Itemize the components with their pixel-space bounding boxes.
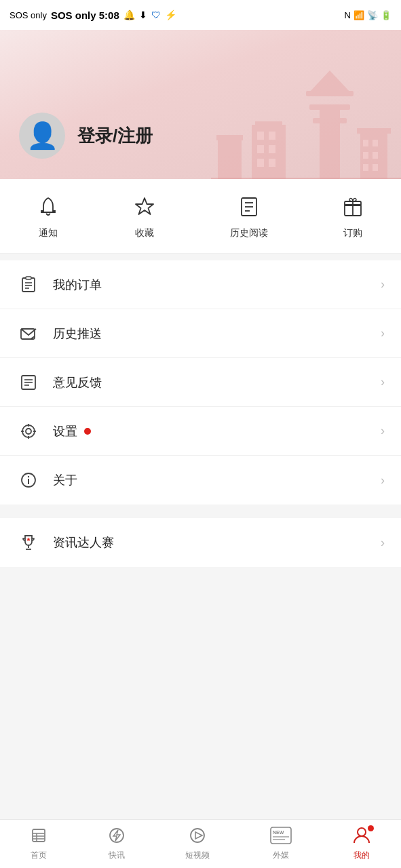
svg-rect-2 xyxy=(309,104,350,110)
nav-item-flash[interactable]: 快讯 xyxy=(100,823,134,865)
svg-rect-13 xyxy=(257,159,264,167)
svg-rect-57 xyxy=(33,829,45,842)
svg-rect-11 xyxy=(257,145,264,153)
menu-item-history-push[interactable]: 历史推送 › xyxy=(0,309,401,358)
svg-rect-20 xyxy=(373,152,378,159)
svg-rect-17 xyxy=(363,140,368,146)
video-nav-label: 短视频 xyxy=(185,850,210,861)
avatar-icon: 👤 xyxy=(26,121,58,151)
svg-rect-0 xyxy=(320,104,340,179)
bottom-nav: 首页 快讯 短视频 NEW 外 xyxy=(0,819,401,868)
download-icon: ⬇ xyxy=(139,9,147,20)
quick-action-collect[interactable]: 收藏 xyxy=(133,195,156,239)
svg-marker-65 xyxy=(195,832,202,839)
menu-item-contest[interactable]: 资讯达人赛 › xyxy=(0,518,401,567)
svg-marker-63 xyxy=(113,830,120,841)
bottom-spacer xyxy=(0,567,401,621)
about-label: 关于 xyxy=(53,472,381,488)
nav-item-home[interactable]: 首页 xyxy=(22,823,56,865)
svg-point-53 xyxy=(28,476,29,477)
svg-rect-25 xyxy=(211,178,401,179)
svg-rect-10 xyxy=(269,132,275,140)
quick-action-subscribe[interactable]: 订购 xyxy=(341,195,364,239)
avatar[interactable]: 👤 xyxy=(19,113,65,159)
section-divider-2 xyxy=(0,505,401,511)
status-time: SOS only 5:08 xyxy=(51,9,119,21)
feedback-icon xyxy=(16,370,41,395)
profile-banner[interactable]: 👤 登录/注册 xyxy=(0,30,401,179)
history-push-label: 历史推送 xyxy=(53,326,381,342)
status-right: N 📶 📡 🔋 xyxy=(345,10,392,20)
city-illustration xyxy=(211,64,401,179)
mine-nav-label: 我的 xyxy=(354,850,370,861)
home-nav-label: 首页 xyxy=(31,850,47,861)
settings-red-dot xyxy=(84,428,91,435)
arrow-right-icon: › xyxy=(381,277,385,292)
quick-action-history-read[interactable]: 历史阅读 xyxy=(230,195,268,239)
arrow-right-icon: › xyxy=(381,473,385,488)
arrow-right-icon: › xyxy=(381,424,385,438)
svg-rect-23 xyxy=(218,138,242,179)
mine-badge xyxy=(368,825,374,831)
flash-nav-icon xyxy=(108,827,126,847)
battery-icon: 🔋 xyxy=(381,10,392,20)
svg-rect-18 xyxy=(373,140,378,146)
svg-rect-16 xyxy=(357,128,391,134)
settings-label: 设置 xyxy=(53,423,381,439)
svg-rect-19 xyxy=(363,152,368,159)
menu-item-feedback[interactable]: 意见反馈 › xyxy=(0,358,401,407)
menu-list-bottom: 资讯达人赛 › xyxy=(0,518,401,567)
info-icon xyxy=(16,468,41,492)
login-register-button[interactable]: 登录/注册 xyxy=(77,124,153,148)
menu-list: 我的订单 › 历史推送 › 意见反馈 › xyxy=(0,260,401,505)
subscribe-label: 订购 xyxy=(343,227,362,239)
clipboard-icon xyxy=(16,273,41,297)
nfc-icon: N xyxy=(345,10,351,20)
section-divider-1 xyxy=(0,254,401,260)
contest-label: 资讯达人赛 xyxy=(53,534,381,551)
arrow-right-icon: › xyxy=(381,536,385,550)
svg-rect-1 xyxy=(313,118,347,123)
nav-item-mine[interactable]: 我的 xyxy=(344,823,379,865)
media-nav-label: 外媒 xyxy=(273,850,289,861)
profile-info[interactable]: 👤 登录/注册 xyxy=(19,113,153,159)
send-icon xyxy=(16,321,41,346)
svg-point-46 xyxy=(26,429,31,434)
gift-icon xyxy=(341,195,364,222)
notify-icon xyxy=(37,195,60,222)
svg-point-45 xyxy=(22,425,35,437)
quick-action-notify[interactable]: 通知 xyxy=(37,195,60,239)
svg-point-70 xyxy=(358,828,366,836)
svg-text:NEW: NEW xyxy=(273,830,284,835)
quick-actions-row: 通知 收藏 历史阅读 xyxy=(0,179,401,254)
history-read-label: 历史阅读 xyxy=(230,227,268,239)
arrow-right-icon: › xyxy=(381,375,385,389)
svg-rect-9 xyxy=(257,132,264,140)
svg-rect-14 xyxy=(269,159,275,167)
status-bar: SOS only SOS only 5:08 🔔 ⬇ 🛡 ⚡ N 📶 📡 🔋 xyxy=(0,0,401,30)
svg-rect-8 xyxy=(255,121,282,127)
status-left: SOS only SOS only 5:08 🔔 ⬇ 🛡 ⚡ xyxy=(9,9,176,21)
notify-label: 通知 xyxy=(39,227,58,239)
menu-item-my-orders[interactable]: 我的订单 › xyxy=(0,260,401,309)
lightning-icon: ⚡ xyxy=(165,9,176,20)
bell-icon: 🔔 xyxy=(123,9,135,20)
svg-marker-56 xyxy=(26,538,31,542)
signal-bars-icon: 📶 xyxy=(354,10,364,20)
svg-marker-26 xyxy=(136,198,153,214)
trophy-icon xyxy=(16,530,41,555)
shield-icon: 🛡 xyxy=(151,9,161,20)
nav-item-video[interactable]: 短视频 xyxy=(177,823,218,865)
my-orders-label: 我的订单 xyxy=(53,277,381,293)
history-read-icon xyxy=(237,195,261,222)
menu-item-settings[interactable]: 设置 › xyxy=(0,407,401,456)
flash-nav-label: 快讯 xyxy=(109,850,125,861)
star-icon xyxy=(133,195,156,222)
menu-item-about[interactable]: 关于 › xyxy=(0,456,401,505)
svg-rect-12 xyxy=(269,145,275,153)
settings-icon xyxy=(16,419,41,443)
feedback-label: 意见反馈 xyxy=(53,374,381,391)
svg-rect-21 xyxy=(363,164,368,171)
arrow-right-icon: › xyxy=(381,326,385,340)
nav-item-media[interactable]: NEW 外媒 xyxy=(262,823,300,865)
